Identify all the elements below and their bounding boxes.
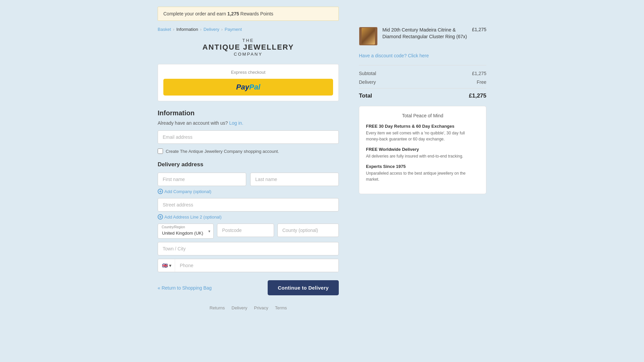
- subtotal-label: Subtotal: [359, 71, 376, 76]
- total-value: £1,275: [469, 93, 486, 99]
- footer-terms-link[interactable]: Terms: [275, 305, 287, 310]
- town-row: [158, 242, 339, 255]
- rewards-banner: Complete your order and earn 1,275 Rewar…: [158, 7, 339, 21]
- form-actions: « Return to Shopping Bag Continue to Del…: [158, 280, 339, 295]
- information-section: Information Already have an account with…: [158, 109, 339, 154]
- logo: THE ANTIQUE JEWELLERY COMPANY: [158, 38, 339, 57]
- breadcrumb: Basket › Information › Delivery › Paymen…: [158, 27, 339, 32]
- order-item: Mid 20th Century Madeira Citrine & Diamo…: [359, 27, 486, 46]
- delivery-address-title: Delivery address: [158, 161, 339, 168]
- breadcrumb-delivery[interactable]: Delivery: [204, 27, 219, 32]
- add-address2-link[interactable]: + Add Address Line 2 (optional): [158, 214, 339, 220]
- peace-of-mind-box: Total Peace of Mind FREE 30 Day Returns …: [359, 106, 486, 194]
- pom-delivery-desc: All deliveries are fully insured with en…: [366, 153, 479, 159]
- order-totals: Subtotal £1,275 Delivery Free Total £1,2…: [359, 65, 486, 99]
- logo-the: THE: [158, 38, 339, 43]
- footer-privacy-link[interactable]: Privacy: [254, 305, 268, 310]
- subtotal-row: Subtotal £1,275: [359, 71, 486, 76]
- phone-flag-prefix[interactable]: 🇬🇧 ▾: [158, 259, 175, 272]
- footer-returns-link[interactable]: Returns: [210, 305, 225, 310]
- order-sidebar: Mid 20th Century Madeira Citrine & Diamo…: [359, 7, 486, 194]
- discount-code-link[interactable]: Have a discount code? Click here: [359, 53, 486, 58]
- phone-row: 🇬🇧 ▾: [158, 259, 339, 272]
- breadcrumb-sep2: ›: [200, 27, 202, 32]
- express-checkout-label: Express checkout: [163, 70, 333, 75]
- delivery-row: Delivery Free: [359, 79, 486, 85]
- breadcrumb-sep1: ›: [173, 27, 174, 32]
- country-select[interactable]: United Kingdom (UK): [158, 224, 214, 239]
- add-company-link[interactable]: + Add Company (optional): [158, 189, 339, 194]
- country-select-wrapper: Country/Region United Kingdom (UK) ▾: [158, 224, 214, 239]
- name-row: [158, 173, 339, 186]
- log-in-link[interactable]: Log in.: [229, 120, 243, 126]
- postcode-input[interactable]: [217, 224, 274, 237]
- first-name-input[interactable]: [158, 173, 246, 186]
- town-city-input[interactable]: [158, 242, 339, 255]
- logo-company: COMPANY: [158, 52, 339, 57]
- product-qty: (67x): [456, 34, 467, 39]
- plus-address2-icon: +: [158, 214, 163, 220]
- breadcrumb-information: Information: [176, 27, 198, 32]
- product-price: £1,275: [472, 27, 486, 32]
- rewards-suffix: Rewards Points: [239, 11, 273, 16]
- footer-links: Returns Delivery Privacy Terms: [158, 305, 339, 310]
- delivery-address-section: Delivery address + Add Company (optional…: [158, 161, 339, 272]
- county-input[interactable]: [277, 224, 339, 237]
- express-checkout-section: Express checkout PayPal: [158, 64, 339, 101]
- pom-returns-title: FREE 30 Day Returns & 60 Day Exchanges: [366, 124, 479, 129]
- product-name: Mid 20th Century Madeira Citrine & Diamo…: [382, 27, 467, 40]
- uk-flag-icon: 🇬🇧: [162, 263, 168, 268]
- delivery-value: Free: [477, 79, 486, 85]
- street-row: [158, 198, 339, 212]
- subtotal-value: £1,275: [472, 71, 486, 76]
- pom-item-delivery: FREE Worldwide Delivery All deliveries a…: [366, 147, 479, 159]
- total-label: Total: [359, 93, 372, 99]
- return-to-bag-link[interactable]: « Return to Shopping Bag: [158, 285, 212, 291]
- account-prompt: Already have an account with us? Log in.: [158, 120, 339, 126]
- email-input[interactable]: [158, 130, 339, 144]
- pom-experts-title: Experts Since 1975: [366, 164, 479, 169]
- breadcrumb-sep3: ›: [221, 27, 223, 32]
- pom-experts-desc: Unparalleled access to the best antique …: [366, 170, 479, 182]
- last-name-input[interactable]: [250, 173, 339, 186]
- rewards-text: Complete your order and earn: [163, 11, 227, 16]
- email-row: [158, 130, 339, 144]
- pom-item-returns: FREE 30 Day Returns & 60 Day Exchanges E…: [366, 124, 479, 142]
- country-postcode-county-row: Country/Region United Kingdom (UK) ▾: [158, 224, 339, 239]
- logo-main: ANTIQUE JEWELLERY: [158, 43, 339, 52]
- paypal-button[interactable]: PayPal: [163, 79, 333, 96]
- rewards-points: 1,275: [227, 11, 239, 16]
- product-image: [362, 28, 375, 45]
- breadcrumb-basket[interactable]: Basket: [158, 27, 171, 32]
- address2-row: + Add Address Line 2 (optional): [158, 214, 339, 220]
- create-account-label: Create The Antique Jewellery Company sho…: [166, 149, 279, 154]
- phone-input[interactable]: [175, 259, 338, 272]
- breadcrumb-payment[interactable]: Payment: [225, 27, 242, 32]
- phone-dropdown-arrow: ▾: [169, 263, 171, 268]
- create-account-row: Create The Antique Jewellery Company sho…: [158, 148, 339, 154]
- information-title: Information: [158, 109, 339, 117]
- street-address-input[interactable]: [158, 198, 339, 212]
- paypal-logo: PayPal: [236, 83, 260, 92]
- product-thumbnail: [359, 27, 378, 46]
- create-account-checkbox[interactable]: [158, 148, 163, 154]
- total-row: Total £1,275: [359, 88, 486, 99]
- plus-company-icon: +: [158, 189, 163, 194]
- footer-delivery-link[interactable]: Delivery: [231, 305, 247, 310]
- pom-delivery-title: FREE Worldwide Delivery: [366, 147, 479, 152]
- delivery-label: Delivery: [359, 79, 376, 85]
- order-item-details: Mid 20th Century Madeira Citrine & Diamo…: [382, 27, 467, 41]
- pom-returns-desc: Every item we sell comes with a 'no quib…: [366, 130, 479, 142]
- pom-item-experts: Experts Since 1975 Unparalleled access t…: [366, 164, 479, 182]
- continue-to-delivery-button[interactable]: Continue to Delivery: [268, 280, 339, 295]
- pom-title: Total Peace of Mind: [366, 113, 479, 118]
